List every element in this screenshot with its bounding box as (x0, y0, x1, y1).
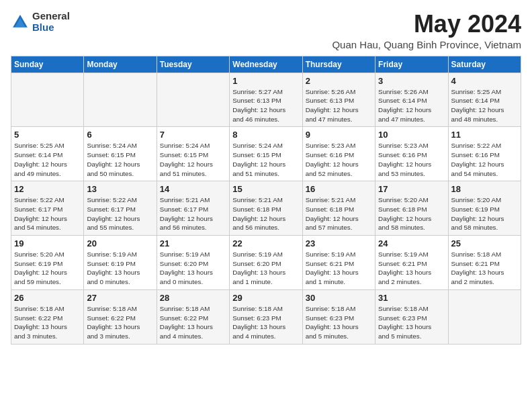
col-monday: Monday (84, 56, 157, 73)
week-row-4: 19Sunrise: 5:20 AMSunset: 6:19 PMDayligh… (11, 236, 521, 290)
day-cell: 20Sunrise: 5:19 AMSunset: 6:19 PMDayligh… (84, 236, 157, 290)
day-cell (84, 73, 157, 127)
calendar-table: Sunday Monday Tuesday Wednesday Thursday… (11, 56, 521, 345)
day-info: Sunrise: 5:18 AMSunset: 6:23 PMDaylight:… (306, 304, 372, 341)
col-saturday: Saturday (448, 56, 521, 73)
day-info: Sunrise: 5:19 AMSunset: 6:20 PMDaylight:… (232, 250, 299, 287)
day-cell: 25Sunrise: 5:18 AMSunset: 6:21 PMDayligh… (448, 236, 521, 290)
day-info: Sunrise: 5:21 AMSunset: 6:18 PMDaylight:… (306, 195, 372, 232)
week-row-1: 1Sunrise: 5:27 AMSunset: 6:13 PMDaylight… (11, 73, 521, 127)
col-thursday: Thursday (302, 56, 375, 73)
day-number: 9 (306, 130, 372, 140)
day-number: 24 (378, 238, 445, 248)
day-info: Sunrise: 5:24 AMSunset: 6:15 PMDaylight:… (160, 141, 226, 178)
header-row: Sunday Monday Tuesday Wednesday Thursday… (11, 56, 521, 73)
day-info: Sunrise: 5:21 AMSunset: 6:18 PMDaylight:… (232, 195, 299, 232)
logo-blue: Blue (32, 22, 70, 34)
day-info: Sunrise: 5:20 AMSunset: 6:19 PMDaylight:… (14, 250, 81, 287)
day-cell: 29Sunrise: 5:18 AMSunset: 6:23 PMDayligh… (230, 289, 302, 344)
logo-icon (11, 13, 30, 32)
day-cell: 30Sunrise: 5:18 AMSunset: 6:23 PMDayligh… (302, 289, 375, 344)
page-header: General Blue May 2024 Quan Hau, Quang Bi… (11, 11, 521, 50)
col-tuesday: Tuesday (157, 56, 229, 73)
day-number: 20 (87, 238, 153, 248)
day-number: 27 (87, 293, 153, 303)
day-number: 23 (306, 238, 372, 248)
day-number: 6 (87, 130, 153, 140)
title-block: May 2024 Quan Hau, Quang Binh Province, … (332, 11, 521, 50)
day-info: Sunrise: 5:26 AMSunset: 6:13 PMDaylight:… (306, 87, 372, 124)
day-info: Sunrise: 5:18 AMSunset: 6:21 PMDaylight:… (451, 250, 518, 287)
day-cell: 6Sunrise: 5:24 AMSunset: 6:15 PMDaylight… (84, 127, 157, 181)
day-number: 28 (160, 293, 226, 303)
day-cell: 21Sunrise: 5:19 AMSunset: 6:20 PMDayligh… (157, 236, 229, 290)
day-info: Sunrise: 5:19 AMSunset: 6:21 PMDaylight:… (306, 250, 372, 287)
day-cell: 31Sunrise: 5:18 AMSunset: 6:23 PMDayligh… (375, 289, 448, 344)
logo-general: General (32, 11, 70, 22)
day-info: Sunrise: 5:18 AMSunset: 6:22 PMDaylight:… (14, 304, 81, 341)
day-number: 13 (87, 184, 153, 194)
logo-text: General Blue (32, 11, 70, 33)
col-friday: Friday (375, 56, 448, 73)
day-number: 29 (232, 293, 299, 303)
day-cell: 10Sunrise: 5:23 AMSunset: 6:16 PMDayligh… (375, 127, 448, 181)
day-cell: 3Sunrise: 5:26 AMSunset: 6:14 PMDaylight… (375, 73, 448, 127)
day-number: 10 (378, 130, 445, 140)
day-number: 17 (378, 184, 445, 194)
week-row-2: 5Sunrise: 5:25 AMSunset: 6:14 PMDaylight… (11, 127, 521, 181)
day-info: Sunrise: 5:23 AMSunset: 6:16 PMDaylight:… (306, 141, 372, 178)
day-number: 21 (160, 238, 226, 248)
day-cell: 12Sunrise: 5:22 AMSunset: 6:17 PMDayligh… (11, 181, 84, 236)
day-cell: 15Sunrise: 5:21 AMSunset: 6:18 PMDayligh… (230, 181, 302, 236)
day-cell: 5Sunrise: 5:25 AMSunset: 6:14 PMDaylight… (11, 127, 84, 181)
day-cell: 7Sunrise: 5:24 AMSunset: 6:15 PMDaylight… (157, 127, 229, 181)
day-number: 1 (232, 76, 299, 86)
day-cell: 28Sunrise: 5:18 AMSunset: 6:22 PMDayligh… (157, 289, 229, 344)
day-number: 15 (232, 184, 299, 194)
calendar-header: Sunday Monday Tuesday Wednesday Thursday… (11, 56, 521, 73)
day-info: Sunrise: 5:19 AMSunset: 6:19 PMDaylight:… (87, 250, 153, 287)
day-cell: 16Sunrise: 5:21 AMSunset: 6:18 PMDayligh… (302, 181, 375, 236)
day-info: Sunrise: 5:18 AMSunset: 6:22 PMDaylight:… (160, 304, 226, 341)
day-info: Sunrise: 5:22 AMSunset: 6:17 PMDaylight:… (14, 195, 81, 232)
week-row-5: 26Sunrise: 5:18 AMSunset: 6:22 PMDayligh… (11, 289, 521, 344)
day-cell: 27Sunrise: 5:18 AMSunset: 6:22 PMDayligh… (84, 289, 157, 344)
day-info: Sunrise: 5:27 AMSunset: 6:13 PMDaylight:… (232, 87, 299, 124)
day-info: Sunrise: 5:19 AMSunset: 6:20 PMDaylight:… (160, 250, 226, 287)
day-number: 3 (378, 76, 445, 86)
day-cell: 1Sunrise: 5:27 AMSunset: 6:13 PMDaylight… (230, 73, 302, 127)
day-number: 4 (451, 76, 518, 86)
col-wednesday: Wednesday (230, 56, 302, 73)
day-info: Sunrise: 5:19 AMSunset: 6:21 PMDaylight:… (378, 250, 445, 287)
day-number: 31 (378, 293, 445, 303)
day-number: 16 (306, 184, 372, 194)
day-number: 18 (451, 184, 518, 194)
day-number: 11 (451, 130, 518, 140)
day-cell: 23Sunrise: 5:19 AMSunset: 6:21 PMDayligh… (302, 236, 375, 290)
day-info: Sunrise: 5:18 AMSunset: 6:22 PMDaylight:… (87, 304, 153, 341)
calendar-subtitle: Quan Hau, Quang Binh Province, Vietnam (332, 39, 521, 50)
day-cell (157, 73, 229, 127)
day-info: Sunrise: 5:22 AMSunset: 6:16 PMDaylight:… (451, 141, 518, 178)
day-info: Sunrise: 5:24 AMSunset: 6:15 PMDaylight:… (232, 141, 299, 178)
day-info: Sunrise: 5:24 AMSunset: 6:15 PMDaylight:… (87, 141, 153, 178)
day-cell: 22Sunrise: 5:19 AMSunset: 6:20 PMDayligh… (230, 236, 302, 290)
logo: General Blue (11, 11, 70, 33)
day-info: Sunrise: 5:20 AMSunset: 6:19 PMDaylight:… (451, 195, 518, 232)
day-number: 19 (14, 238, 81, 248)
day-number: 5 (14, 130, 81, 140)
day-number: 12 (14, 184, 81, 194)
day-number: 30 (306, 293, 372, 303)
day-info: Sunrise: 5:22 AMSunset: 6:17 PMDaylight:… (87, 195, 153, 232)
day-cell: 17Sunrise: 5:20 AMSunset: 6:18 PMDayligh… (375, 181, 448, 236)
day-cell: 8Sunrise: 5:24 AMSunset: 6:15 PMDaylight… (230, 127, 302, 181)
day-cell: 26Sunrise: 5:18 AMSunset: 6:22 PMDayligh… (11, 289, 84, 344)
day-cell (448, 289, 521, 344)
day-number: 7 (160, 130, 226, 140)
day-info: Sunrise: 5:21 AMSunset: 6:17 PMDaylight:… (160, 195, 226, 232)
day-cell: 4Sunrise: 5:25 AMSunset: 6:14 PMDaylight… (448, 73, 521, 127)
day-info: Sunrise: 5:25 AMSunset: 6:14 PMDaylight:… (14, 141, 81, 178)
day-cell: 9Sunrise: 5:23 AMSunset: 6:16 PMDaylight… (302, 127, 375, 181)
week-row-3: 12Sunrise: 5:22 AMSunset: 6:17 PMDayligh… (11, 181, 521, 236)
day-cell: 19Sunrise: 5:20 AMSunset: 6:19 PMDayligh… (11, 236, 84, 290)
